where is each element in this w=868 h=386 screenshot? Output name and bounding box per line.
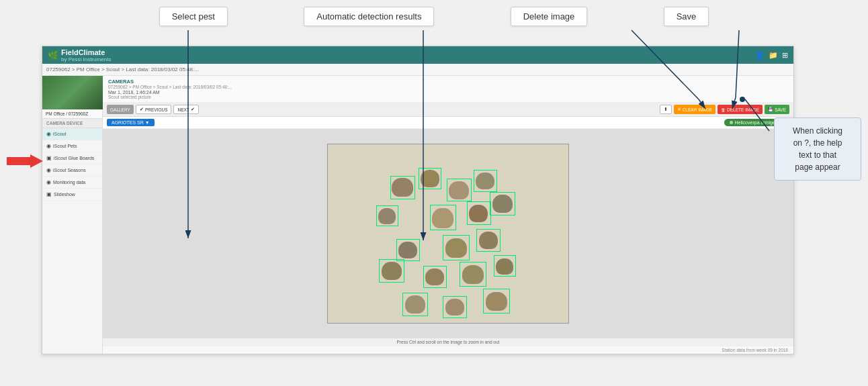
- user-location: PM Office / 0725900Z: [46, 111, 99, 116]
- detection-box: [443, 296, 467, 318]
- sidebar-item-iscout[interactable]: ◉ iScout: [42, 128, 102, 140]
- svg-marker-0: [7, 154, 43, 168]
- gallery-button[interactable]: GALLERY: [107, 105, 134, 114]
- detection-box: [474, 170, 497, 192]
- top-navbar: 🌿 FieldClimate by Pessl Instruments 👤 📁 …: [42, 46, 793, 64]
- cam-date: Mar 1, 2018, 1:46:24 AM: [108, 90, 788, 95]
- save-button[interactable]: 💾 SAVE: [765, 105, 789, 114]
- monitoring-icon: ◉: [46, 179, 51, 185]
- detection-box: [494, 255, 516, 277]
- save-icon: 💾: [768, 107, 773, 112]
- detection-box: [430, 205, 456, 230]
- toolbar-left: GALLERY ✔ PREVIOUS NEXT ✔: [107, 105, 199, 114]
- detection-box: [423, 266, 447, 288]
- iscout-seasons-label: iScout Seasons: [53, 168, 86, 173]
- detection-box: [376, 205, 398, 226]
- sidebar-item-iscout-pets[interactable]: ◉ iScout Pets: [42, 140, 102, 152]
- detection-box: [390, 176, 415, 199]
- detection-box: [460, 262, 486, 287]
- slideshow-icon: ▣: [46, 191, 52, 197]
- delete-icon: 🗑: [721, 107, 726, 112]
- iscout-pets-label: iScout Pets: [53, 144, 77, 148]
- sidebar-item-monitoring[interactable]: ◉ Monitoring data: [42, 177, 102, 189]
- detection-box: [447, 179, 472, 201]
- detection-box: [419, 168, 441, 189]
- iscout-glue-icon: ▣: [46, 155, 52, 161]
- annotation-auto-detection: Automatic detection results: [304, 7, 434, 26]
- upload-button[interactable]: ⬆: [660, 105, 672, 114]
- clear-icon: ✕: [677, 107, 681, 112]
- monitoring-label: Monitoring data: [53, 180, 85, 185]
- iscout-icon: ◉: [46, 131, 51, 137]
- station-info: Station data from week 09 in 2018: [103, 346, 793, 354]
- annotation-save: Save: [664, 7, 709, 26]
- red-arrow: [7, 153, 44, 172]
- detection-dot: [730, 121, 733, 124]
- sidebar: PM Office / 0725900Z CAMERA DEVICE ◉ iSc…: [42, 76, 103, 354]
- next-button[interactable]: NEXT ✔: [173, 105, 198, 114]
- detection-label: Helicoverpa armigera: [735, 120, 780, 125]
- detection-box: [490, 192, 515, 215]
- pest-selector-row: AGRIOTES SR ▼ Helicoverpa armigera 1: [103, 117, 793, 129]
- breadcrumb-bar: 07259062 > PM Office > Scout > Last data…: [42, 64, 793, 76]
- detection-box: [396, 239, 420, 261]
- app-subtitle: by Pessl Instruments: [61, 56, 111, 62]
- camera-image-box[interactable]: [327, 144, 569, 324]
- main-content-area: CAMERAS 07259062 > PM Office > Scout > L…: [103, 76, 793, 354]
- iscout-pets-icon: ◉: [46, 143, 51, 149]
- slideshow-label: Slideshow: [54, 192, 75, 197]
- upload-icon: ⬆: [664, 107, 668, 112]
- app-window: 🌿 FieldClimate by Pessl Instruments 👤 📁 …: [42, 46, 794, 354]
- clear-image-button[interactable]: ✕ CLEAR IMAGE: [674, 105, 715, 114]
- annotation-select-pest: Select pest: [159, 7, 228, 26]
- breadcrumb-text: 07259062 > PM Office > Scout > Last data…: [46, 66, 199, 73]
- iscout-seasons-icon: ◉: [46, 167, 51, 173]
- sidebar-item-iscout-seasons[interactable]: ◉ iScout Seasons: [42, 164, 102, 177]
- camera-section-title: CAMERAS: [108, 79, 788, 85]
- camera-device-section: CAMERA DEVICE: [42, 119, 102, 128]
- main-layout: PM Office / 0725900Z CAMERA DEVICE ◉ iSc…: [42, 76, 793, 354]
- sidebar-item-iscout-glue[interactable]: ▣ iScout Glue Boards: [42, 152, 102, 164]
- grid-icon[interactable]: ⊞: [782, 51, 788, 60]
- sidebar-item-slideshow[interactable]: ▣ Slideshow: [42, 189, 102, 201]
- detection-box: [476, 229, 501, 252]
- app-logo: 🌿 FieldClimate by Pessl Instruments: [48, 48, 111, 62]
- cam-scout: Scout selected picture: [108, 95, 788, 99]
- app-title: FieldClimate: [61, 48, 111, 56]
- image-caption: Press Ctrl and scroll on the image to zo…: [103, 338, 793, 346]
- previous-button[interactable]: ✔ PREVIOUS: [136, 105, 172, 114]
- logo-icon: 🌿: [48, 50, 58, 60]
- iscout-label: iScout: [53, 132, 66, 136]
- camera-toolbar: GALLERY ✔ PREVIOUS NEXT ✔ ⬆ ✕: [103, 103, 793, 117]
- prev-check-icon: ✔: [140, 107, 144, 112]
- detection-box: [483, 289, 510, 313]
- detection-box: [443, 235, 470, 260]
- toolbar-right: ⬆ ✕ CLEAR IMAGE 🗑 DELETE IMAGE 💾 SAVE: [660, 105, 789, 114]
- cam-breadcrumb: 07259062 > PM Office > Scout > Last data…: [108, 85, 788, 89]
- detection-box: [467, 201, 491, 225]
- nav-right-icons: 👤 📁 ⊞: [755, 51, 788, 60]
- sidebar-user-info: PM Office / 0725900Z: [42, 109, 102, 119]
- folder-icon[interactable]: 📁: [769, 51, 778, 60]
- iscout-glue-label: iScout Glue Boards: [54, 156, 94, 160]
- annotation-delete-image: Delete image: [511, 7, 588, 26]
- delete-image-button[interactable]: 🗑 DELETE IMAGE: [718, 105, 763, 114]
- detection-box: [379, 259, 404, 283]
- sidebar-thumbnail: [42, 76, 103, 109]
- person-icon[interactable]: 👤: [755, 51, 765, 60]
- camera-header: CAMERAS 07259062 > PM Office > Scout > L…: [103, 76, 793, 103]
- help-tooltip: When clicking on ?, the help text to tha…: [774, 117, 861, 181]
- camera-image-area: [103, 129, 793, 338]
- next-check-icon: ✔: [191, 107, 195, 112]
- pest-dropdown-button[interactable]: AGRIOTES SR ▼: [107, 119, 155, 126]
- detection-box: [402, 293, 428, 316]
